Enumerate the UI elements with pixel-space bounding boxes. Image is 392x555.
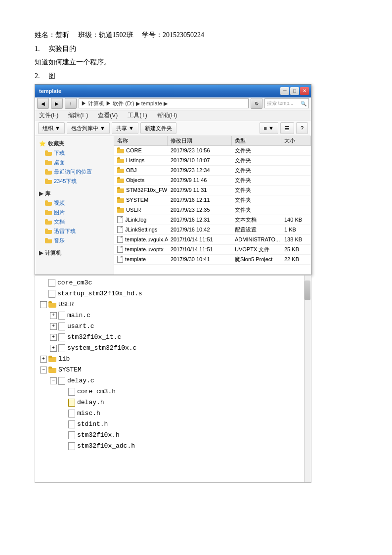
new-folder-button[interactable]: 新建文件夹 <box>140 122 176 134</box>
list-item[interactable]: startup_stm32f10x_hd.s <box>40 288 306 299</box>
list-item[interactable]: +stm32f10x_it.c <box>40 332 306 343</box>
file-icon <box>58 323 65 330</box>
sidebar-video[interactable]: 视频 <box>37 198 112 208</box>
col-size[interactable]: 大小 <box>281 136 311 145</box>
list-item[interactable]: +usart.c <box>40 321 306 332</box>
forward-button[interactable]: ▶ <box>51 98 63 109</box>
file-name: template.uvguix.Administrator <box>125 236 168 242</box>
section1-header: 1. 实验目的 <box>35 44 357 54</box>
table-row[interactable]: Objects2017/9/9 11:46文件夹 <box>114 176 311 185</box>
share-button[interactable]: 共享 ▼ <box>112 122 138 134</box>
list-item[interactable]: core_cm3c <box>40 278 306 288</box>
expand-button[interactable]: + <box>50 345 57 352</box>
address-path[interactable]: ▶ 计算机 ▶ 软件 (D:) ▶ template ▶ <box>79 98 249 108</box>
file-type: 文件夹 <box>232 195 281 205</box>
file-type: ADMINISTRATO... <box>232 235 281 244</box>
menu-file[interactable]: 文件(F) <box>37 111 60 120</box>
file-size: 1 KB <box>281 225 311 234</box>
sidebar-download[interactable]: 下载 <box>37 148 112 158</box>
menu-view[interactable]: 查看(V) <box>96 111 120 120</box>
tree-label: startup_stm32f10x_hd.s <box>57 288 142 299</box>
col-date[interactable]: 修改日期 <box>168 136 232 145</box>
list-item[interactable]: −USER <box>40 299 306 310</box>
list-item[interactable]: −SYSTEM <box>40 365 306 375</box>
scrollbar-thumb[interactable] <box>305 280 310 300</box>
collapse-button[interactable]: − <box>40 301 47 308</box>
list-item[interactable]: stm32f10x.h <box>40 430 306 441</box>
sidebar-recent[interactable]: 最近访问的位置 <box>37 167 112 177</box>
file-name: JLinkSettings <box>125 227 157 232</box>
list-item[interactable]: stdint.h <box>40 419 306 430</box>
expand-button[interactable]: + <box>50 334 57 341</box>
sidebar-xunlei[interactable]: 迅雷下载 <box>37 227 112 236</box>
sidebar-docs[interactable]: 文档 <box>37 217 112 227</box>
list-item[interactable]: +main.c <box>40 310 306 321</box>
file-icon <box>117 246 123 253</box>
list-item[interactable]: misc.h <box>40 408 306 419</box>
file-size <box>281 195 311 205</box>
list-item[interactable]: −delay.c <box>40 375 306 386</box>
minimize-button[interactable]: ─ <box>280 87 289 95</box>
file-date: 2017/10/14 11:51 <box>168 245 232 254</box>
list-item[interactable]: stm32f10x_adc.h <box>40 441 306 452</box>
list-item[interactable]: delay.h <box>40 397 306 408</box>
refresh-button[interactable]: ↻ <box>251 98 262 109</box>
table-row[interactable]: JLinkSettings2017/9/16 10:42配置设置1 KB <box>114 225 311 235</box>
file-icon <box>58 333 65 341</box>
view-options-button[interactable]: ≡ ▼ <box>260 122 278 134</box>
window-controls: ─ □ ✕ <box>280 87 309 95</box>
table-row[interactable]: STM32F10x_FWLib2017/9/9 11:31文件夹 <box>114 185 311 195</box>
file-icon <box>68 431 75 439</box>
list-item[interactable]: core_cm3.h <box>40 386 306 397</box>
maximize-button[interactable]: □ <box>290 87 299 95</box>
col-name[interactable]: 名称 <box>114 136 168 145</box>
file-type: 文件夹 <box>232 205 281 215</box>
table-row[interactable]: Listings2017/9/10 18:07文件夹 <box>114 156 311 166</box>
expand-button[interactable]: + <box>50 323 57 330</box>
menu-edit[interactable]: 编辑(E) <box>66 111 90 120</box>
table-row[interactable]: OBJ2017/9/23 12:34文件夹 <box>114 166 311 176</box>
section1-text: 知道如何建立一个程序。 <box>35 57 357 68</box>
sidebar-music[interactable]: 音乐 <box>37 236 112 245</box>
up-button[interactable]: ↑ <box>65 98 77 109</box>
help-button[interactable]: ? <box>296 122 308 134</box>
folder-icon <box>48 356 56 362</box>
table-row[interactable]: JLink.log2017/9/16 12:31文本文档140 KB <box>114 215 311 225</box>
folder-icon <box>45 169 52 175</box>
title-bar: template ─ □ ✕ <box>35 85 311 97</box>
back-button[interactable]: ◀ <box>37 98 49 109</box>
col-type[interactable]: 类型 <box>232 136 281 145</box>
folder-icon <box>117 177 124 183</box>
list-item[interactable]: +system_stm32f10x.c <box>40 343 306 354</box>
table-row[interactable]: USER2017/9/23 12:35文件夹 <box>114 205 311 215</box>
window-title: template <box>39 88 61 94</box>
table-row[interactable]: template.uvoptx2017/10/14 11:51UVOPTX 文件… <box>114 245 311 255</box>
table-row[interactable]: SYSTEM2017/9/16 12:11文件夹 <box>114 195 311 205</box>
section1-title: 实验目的 <box>48 45 76 52</box>
menu-tools[interactable]: 工具(T) <box>126 111 149 120</box>
expand-button[interactable]: + <box>40 356 47 363</box>
file-type: 文件夹 <box>232 156 281 165</box>
student-name: 姓名：楚昕 <box>35 31 69 39</box>
sidebar-pictures[interactable]: 图片 <box>37 208 112 217</box>
folder-icon <box>45 238 52 243</box>
close-button[interactable]: ✕ <box>300 87 309 95</box>
file-name: SYSTEM <box>126 197 148 203</box>
search-box[interactable]: 搜索 temp... 🔍 <box>264 98 309 108</box>
collapse-button[interactable]: − <box>40 367 47 373</box>
sidebar-desktop[interactable]: 桌面 <box>37 158 112 167</box>
table-row[interactable]: CORE2017/9/23 10:56文件夹 <box>114 146 311 156</box>
details-button[interactable]: ☰ <box>280 122 294 134</box>
table-row[interactable]: template2017/9/30 10:41魔Sion5 Project22 … <box>114 255 311 265</box>
include-library-button[interactable]: 包含到库中 ▼ <box>67 122 110 134</box>
file-icon <box>68 442 75 450</box>
collapse-button[interactable]: − <box>50 377 57 384</box>
table-row[interactable]: template.uvguix.Administrator2017/10/14 … <box>114 235 311 245</box>
list-item[interactable]: +lib <box>40 354 306 365</box>
scrollbar[interactable] <box>304 276 311 482</box>
student-class: 班级：轨道1502班 <box>78 31 133 39</box>
expand-button[interactable]: + <box>50 312 57 319</box>
sidebar-2345[interactable]: 2345下载 <box>37 177 112 186</box>
organize-button[interactable]: 组织 ▼ <box>38 122 65 134</box>
menu-help[interactable]: 帮助(H) <box>155 111 179 120</box>
